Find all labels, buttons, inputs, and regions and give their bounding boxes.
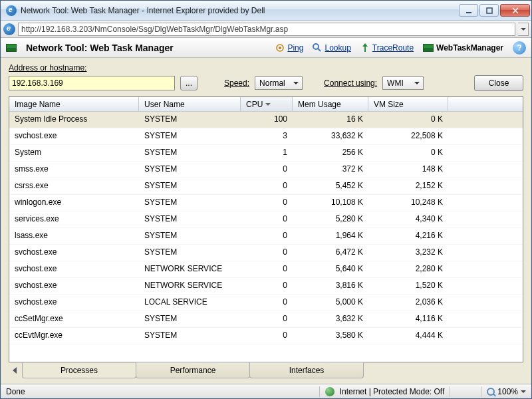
- lookup-label: Lookup: [325, 43, 350, 53]
- url-dropdown[interactable]: [518, 23, 529, 36]
- cell-cpu: 1: [241, 145, 293, 161]
- page-content: Network Tool: Web Task Manager Ping Look…: [1, 38, 531, 384]
- cell-mem: 5,280 K: [293, 211, 368, 227]
- cell-vm: 0 K: [368, 112, 448, 128]
- cell-vm: 22,508 K: [368, 128, 448, 144]
- cell-image: svchost.exe: [9, 261, 139, 277]
- address-input[interactable]: [9, 76, 175, 90]
- zoom-control[interactable]: 100%: [487, 387, 526, 396]
- cell-mem: 5,452 K: [293, 178, 368, 194]
- cell-cpu: 0: [241, 278, 293, 294]
- ping-link[interactable]: Ping: [275, 43, 303, 53]
- lookup-link[interactable]: Lookup: [313, 43, 350, 53]
- table-row[interactable]: svchost.exeNETWORK SERVICE03,816 K1,520 …: [9, 278, 523, 295]
- cell-vm: 148 K: [368, 162, 448, 178]
- col-vm-size[interactable]: VM Size: [368, 97, 448, 111]
- cell-user: SYSTEM: [139, 162, 241, 178]
- cell-cpu: 0: [241, 311, 293, 327]
- traceroute-icon: [360, 43, 370, 53]
- status-zone: Internet | Protected Mode: Off: [340, 387, 445, 396]
- cell-vm: 1,520 K: [368, 278, 448, 294]
- tab-processes[interactable]: Processes: [22, 362, 136, 378]
- webtask-icon: [423, 44, 434, 52]
- table-row[interactable]: lsass.exeSYSTEM01,964 K4,216 K: [9, 228, 523, 245]
- cell-mem: 16 K: [293, 112, 368, 128]
- cell-mem: 6,472 K: [293, 245, 368, 261]
- cell-cpu: 0: [241, 162, 293, 178]
- webtaskmanager-link[interactable]: WebTaskManager: [423, 43, 503, 53]
- browser-window: Network Tool: Web Task Manager - Interne…: [0, 0, 532, 399]
- cell-cpu: 0: [241, 178, 293, 194]
- col-user-name[interactable]: User Name: [139, 97, 241, 111]
- svg-rect-1: [487, 8, 492, 13]
- close-window-button[interactable]: [500, 4, 530, 17]
- cell-image: svchost.exe: [9, 295, 139, 311]
- table-row[interactable]: svchost.exeSYSTEM333,632 K22,508 K: [9, 128, 523, 145]
- cell-mem: 3,632 K: [293, 311, 368, 327]
- table-row[interactable]: ccSetMgr.exeSYSTEM03,632 K4,116 K: [9, 311, 523, 328]
- address-label: Address or hostname:: [9, 63, 86, 72]
- app-icon: [6, 44, 17, 52]
- page-icon: [3, 23, 15, 35]
- svg-point-6: [279, 47, 281, 49]
- cell-cpu: 0: [241, 245, 293, 261]
- table-row[interactable]: System Idle ProcessSYSTEM10016 K0 K: [9, 112, 523, 128]
- browse-button[interactable]: ...: [180, 76, 198, 90]
- webtask-label: WebTaskManager: [436, 43, 503, 53]
- cell-cpu: 100: [241, 112, 293, 128]
- speed-label: Speed:: [224, 78, 249, 88]
- cell-vm: 3,232 K: [368, 245, 448, 261]
- close-button[interactable]: Close: [474, 75, 523, 91]
- maximize-button[interactable]: [479, 4, 499, 17]
- svg-marker-10: [362, 43, 368, 47]
- cell-image: winlogon.exe: [9, 195, 139, 211]
- cell-vm: 10,248 K: [368, 195, 448, 211]
- cell-mem: 3,816 K: [293, 278, 368, 294]
- col-spacer: [448, 97, 523, 111]
- traceroute-link[interactable]: TraceRoute: [360, 43, 414, 53]
- table-row[interactable]: smss.exeSYSTEM0372 K148 K: [9, 162, 523, 178]
- magnifier-icon: [487, 388, 495, 396]
- table-row[interactable]: svchost.exeNETWORK SERVICE05,640 K2,280 …: [9, 261, 523, 278]
- col-cpu[interactable]: CPU: [241, 97, 293, 111]
- cell-image: svchost.exe: [9, 128, 139, 144]
- cell-vm: 2,280 K: [368, 261, 448, 277]
- cell-user: SYSTEM: [139, 128, 241, 144]
- cell-user: SYSTEM: [139, 311, 241, 327]
- svg-line-8: [318, 49, 321, 51]
- table-row[interactable]: services.exeSYSTEM05,280 K4,340 K: [9, 211, 523, 228]
- cell-image: System: [9, 145, 139, 161]
- status-done: Done: [6, 387, 25, 396]
- table-row[interactable]: winlogon.exeSYSTEM010,108 K10,248 K: [9, 195, 523, 211]
- url-field[interactable]: http://192.168.3.203/NmConsole/Ssg/DlgWe…: [18, 23, 515, 36]
- cell-mem: 33,632 K: [293, 128, 368, 144]
- table-row[interactable]: ccEvtMgr.exeSYSTEM03,580 K4,444 K: [9, 328, 523, 344]
- svg-marker-11: [13, 367, 17, 374]
- lookup-icon: [313, 43, 322, 53]
- address-bar: http://192.168.3.203/NmConsole/Ssg/DlgWe…: [1, 21, 531, 38]
- chevron-down-icon: [521, 389, 526, 394]
- tab-performance[interactable]: Performance: [136, 362, 250, 378]
- connect-select[interactable]: WMI: [382, 76, 424, 90]
- internet-zone-icon: [325, 387, 334, 396]
- cell-mem: 3,580 K: [293, 328, 368, 344]
- tab-scroll-left[interactable]: [9, 362, 22, 378]
- titlebar[interactable]: Network Tool: Web Task Manager - Interne…: [1, 1, 531, 21]
- speed-select[interactable]: Normal: [255, 76, 303, 90]
- help-button[interactable]: ?: [513, 41, 526, 55]
- cell-cpu: 0: [241, 261, 293, 277]
- table-row[interactable]: svchost.exeLOCAL SERVICE05,000 K2,036 K: [9, 295, 523, 311]
- cell-vm: 4,116 K: [368, 311, 448, 327]
- tab-interfaces[interactable]: Interfaces: [249, 362, 364, 378]
- svg-point-7: [313, 44, 319, 49]
- col-mem-usage[interactable]: Mem Usage: [293, 97, 368, 111]
- table-row[interactable]: SystemSYSTEM1256 K0 K: [9, 145, 523, 162]
- grid-body[interactable]: System Idle ProcessSYSTEM10016 K0 Ksvcho…: [9, 112, 523, 362]
- minimize-button[interactable]: [459, 4, 478, 17]
- cell-user: SYSTEM: [139, 195, 241, 211]
- cell-image: smss.exe: [9, 162, 139, 178]
- cell-vm: 4,444 K: [368, 328, 448, 344]
- col-image-name[interactable]: Image Name: [9, 97, 139, 111]
- table-row[interactable]: svchost.exeSYSTEM06,472 K3,232 K: [9, 245, 523, 261]
- table-row[interactable]: csrss.exeSYSTEM05,452 K2,152 K: [9, 178, 523, 195]
